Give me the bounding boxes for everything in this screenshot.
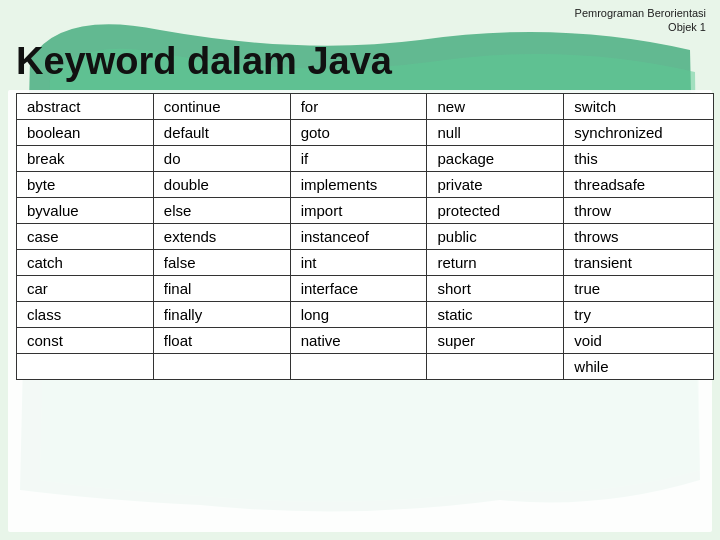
table-cell: package [427, 146, 564, 172]
table-row: while [17, 354, 714, 380]
table-cell: super [427, 328, 564, 354]
table-cell: while [564, 354, 714, 380]
table-cell: false [153, 250, 290, 276]
table-row: byvalueelseimportprotectedthrow [17, 198, 714, 224]
table-cell [290, 354, 427, 380]
table-cell: switch [564, 94, 714, 120]
table-cell: public [427, 224, 564, 250]
table-row: breakdoifpackagethis [17, 146, 714, 172]
table-cell: interface [290, 276, 427, 302]
table-cell: implements [290, 172, 427, 198]
table-cell: abstract [17, 94, 154, 120]
table-cell: extends [153, 224, 290, 250]
keywords-table: abstractcontinuefornewswitchbooleandefau… [16, 93, 714, 380]
table-cell: do [153, 146, 290, 172]
table-cell: threadsafe [564, 172, 714, 198]
table-row: bytedoubleimplementsprivatethreadsafe [17, 172, 714, 198]
table-cell: for [290, 94, 427, 120]
table-cell: int [290, 250, 427, 276]
table-cell: short [427, 276, 564, 302]
table-cell: float [153, 328, 290, 354]
table-cell: synchronized [564, 120, 714, 146]
table-cell: car [17, 276, 154, 302]
table-cell: finally [153, 302, 290, 328]
table-cell: import [290, 198, 427, 224]
table-cell: catch [17, 250, 154, 276]
table-cell: case [17, 224, 154, 250]
table-cell: protected [427, 198, 564, 224]
table-cell: instanceof [290, 224, 427, 250]
table-cell: else [153, 198, 290, 224]
table-cell: return [427, 250, 564, 276]
table-cell: transient [564, 250, 714, 276]
table-cell: new [427, 94, 564, 120]
table-cell: double [153, 172, 290, 198]
table-row: booleandefaultgotonullsynchronized [17, 120, 714, 146]
table-cell: boolean [17, 120, 154, 146]
table-row: caseextendsinstanceofpublicthrows [17, 224, 714, 250]
table-row: constfloatnativesupervoid [17, 328, 714, 354]
table-cell [153, 354, 290, 380]
table-cell [17, 354, 154, 380]
table-row: classfinallylongstatictry [17, 302, 714, 328]
table-cell: this [564, 146, 714, 172]
table-cell: if [290, 146, 427, 172]
table-row: catchfalseintreturntransient [17, 250, 714, 276]
subtitle: Pemrograman Berorientasi Objek 1 [575, 6, 706, 35]
table-cell: const [17, 328, 154, 354]
table-cell: class [17, 302, 154, 328]
table-cell: break [17, 146, 154, 172]
table-cell: goto [290, 120, 427, 146]
table-cell: final [153, 276, 290, 302]
table-cell: private [427, 172, 564, 198]
table-cell: true [564, 276, 714, 302]
page-title: Keyword dalam Java [12, 40, 708, 83]
table-cell: continue [153, 94, 290, 120]
table-cell: throws [564, 224, 714, 250]
table-cell: long [290, 302, 427, 328]
table-row: abstractcontinuefornewswitch [17, 94, 714, 120]
table-cell: byte [17, 172, 154, 198]
table-cell: throw [564, 198, 714, 224]
table-cell: default [153, 120, 290, 146]
table-cell: null [427, 120, 564, 146]
table-cell: try [564, 302, 714, 328]
table-cell: byvalue [17, 198, 154, 224]
table-cell: native [290, 328, 427, 354]
table-row: carfinalinterfaceshorttrue [17, 276, 714, 302]
table-cell [427, 354, 564, 380]
table-cell: static [427, 302, 564, 328]
table-cell: void [564, 328, 714, 354]
